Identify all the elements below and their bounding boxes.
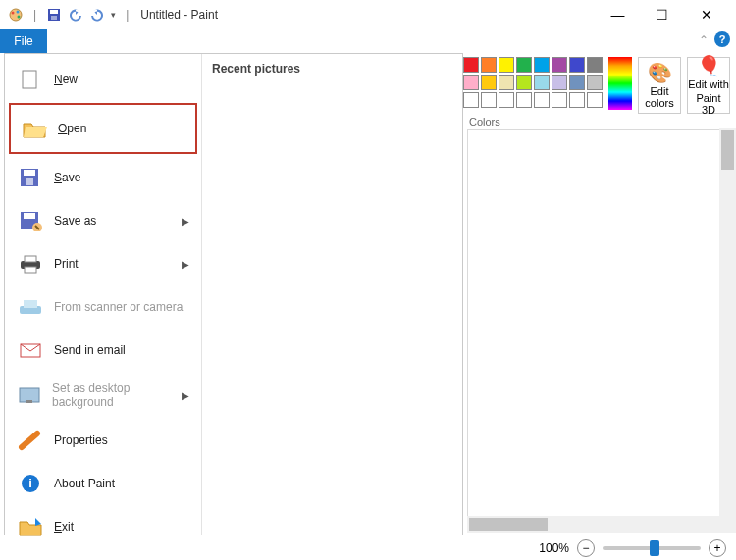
color-swatch[interactable] (481, 92, 497, 108)
file-menu-items: NewOpenSaveSave as▶Print▶From scanner or… (5, 54, 201, 535)
save-as-icon (17, 209, 44, 232)
file-menu-about[interactable]: iAbout Paint (5, 462, 201, 505)
help-button[interactable]: ? (714, 31, 730, 47)
zoom-percent: 100% (539, 541, 569, 555)
zoom-out-button[interactable]: − (577, 539, 595, 557)
svg-rect-6 (51, 16, 57, 20)
svg-point-1 (12, 12, 15, 15)
svg-rect-5 (50, 10, 58, 14)
open-icon (21, 117, 48, 140)
recent-pictures-header: Recent pictures (212, 62, 452, 76)
color-swatch[interactable] (481, 57, 497, 73)
collapse-ribbon-button[interactable]: ⌃ (699, 33, 709, 47)
menu-label: Open (58, 122, 86, 135)
svg-rect-12 (24, 213, 35, 219)
qat-customize-dropdown[interactable]: ▾ (111, 10, 116, 20)
color-swatch[interactable] (569, 57, 585, 73)
file-menu-email[interactable]: Send in email (5, 329, 201, 372)
qat-save-button[interactable] (46, 7, 62, 23)
menu-label: Print (54, 257, 79, 271)
file-menu-open[interactable]: Open (9, 103, 197, 154)
color-swatch[interactable] (499, 57, 514, 73)
close-button[interactable]: ✕ (684, 0, 728, 29)
color-spectrum-icon (608, 57, 632, 110)
zoom-slider[interactable] (603, 546, 701, 550)
paint3d-icon: 🎈 (697, 55, 721, 76)
file-menu-new[interactable]: New (5, 58, 201, 101)
file-menu-wallpaper: Set as desktop background▶ (5, 372, 201, 419)
color-swatch[interactable] (516, 57, 532, 73)
color-swatch[interactable] (552, 92, 567, 108)
svg-rect-9 (24, 170, 35, 176)
file-tab[interactable]: File (0, 29, 47, 53)
color-swatch[interactable] (534, 75, 550, 90)
separator: | (126, 8, 129, 22)
scrollbar-thumb[interactable] (469, 518, 548, 531)
menu-label: New (54, 73, 78, 86)
paint3d-button[interactable]: 🎈 Edit with Paint 3D (687, 57, 730, 114)
titlebar: | ▾ | Untitled - Paint — ☐ ✕ (0, 0, 736, 29)
color-swatch[interactable] (587, 57, 603, 73)
qat-redo-button[interactable] (89, 7, 105, 23)
colors-group: 🎨 Edit colors 🎈 Edit with Paint 3D (446, 57, 730, 114)
ribbon-tabs: File (0, 29, 736, 53)
minimize-button[interactable]: — (596, 0, 640, 29)
qat-undo-button[interactable] (68, 7, 83, 23)
submenu-chevron-icon: ▶ (182, 390, 189, 401)
file-menu-exit[interactable]: Exit (5, 505, 201, 548)
menu-label: From scanner or camera (54, 300, 183, 314)
save-icon (17, 166, 44, 189)
menu-label: Exit (54, 520, 74, 534)
file-menu-properties[interactable]: Properties (5, 419, 201, 462)
color-swatch[interactable] (552, 57, 567, 73)
color-swatch[interactable] (569, 92, 585, 108)
file-menu-print[interactable]: Print▶ (5, 242, 201, 285)
color-swatch[interactable] (552, 75, 567, 90)
color-swatch[interactable] (534, 92, 550, 108)
color-swatch[interactable] (499, 75, 514, 90)
color-swatch[interactable] (587, 92, 603, 108)
scanner-icon (17, 295, 44, 319)
paint3d-label-1: Edit with (688, 78, 729, 90)
svg-text:i: i (28, 476, 32, 490)
vertical-scrollbar[interactable] (719, 128, 736, 533)
zoom-in-button[interactable]: + (709, 539, 726, 557)
submenu-chevron-icon: ▶ (182, 216, 189, 227)
color-swatch[interactable] (463, 75, 479, 90)
edit-colors-label: Edit colors (639, 85, 680, 109)
svg-point-3 (18, 16, 21, 19)
menu-label: About Paint (54, 477, 115, 490)
submenu-chevron-icon: ▶ (182, 259, 189, 270)
file-menu-save[interactable]: Save (5, 156, 201, 199)
new-icon (17, 68, 44, 91)
color-swatch[interactable] (587, 75, 603, 90)
svg-rect-20 (20, 388, 39, 402)
file-menu-scanner: From scanner or camera (5, 285, 201, 329)
menu-label: Set as desktop background (52, 382, 172, 409)
recent-pictures-panel: Recent pictures (201, 54, 462, 535)
file-menu: NewOpenSaveSave as▶Print▶From scanner or… (4, 53, 463, 535)
color-swatch[interactable] (516, 75, 532, 90)
svg-rect-10 (26, 178, 33, 185)
svg-rect-21 (26, 400, 32, 403)
window-controls: — ☐ ✕ (596, 0, 728, 29)
color-swatch[interactable] (534, 57, 550, 73)
palette-icon: 🎨 (648, 62, 672, 83)
color-swatch[interactable] (499, 92, 514, 108)
colors-group-label: Colors (469, 116, 500, 127)
properties-icon (17, 429, 44, 452)
horizontal-scrollbar[interactable] (467, 516, 719, 533)
color-swatch[interactable] (463, 92, 479, 108)
scrollbar-thumb[interactable] (721, 130, 734, 170)
file-menu-save-as[interactable]: Save as▶ (5, 199, 201, 242)
zoom-slider-thumb[interactable] (650, 540, 659, 556)
color-swatch[interactable] (481, 75, 497, 90)
color-swatch[interactable] (463, 57, 479, 73)
color-swatch[interactable] (516, 92, 532, 108)
edit-colors-button[interactable]: 🎨 Edit colors (638, 57, 681, 114)
canvas[interactable] (467, 129, 732, 533)
svg-point-2 (17, 11, 20, 14)
color-swatch[interactable] (569, 75, 585, 90)
maximize-button[interactable]: ☐ (640, 0, 684, 29)
paint3d-label-2: Paint 3D (688, 92, 729, 116)
